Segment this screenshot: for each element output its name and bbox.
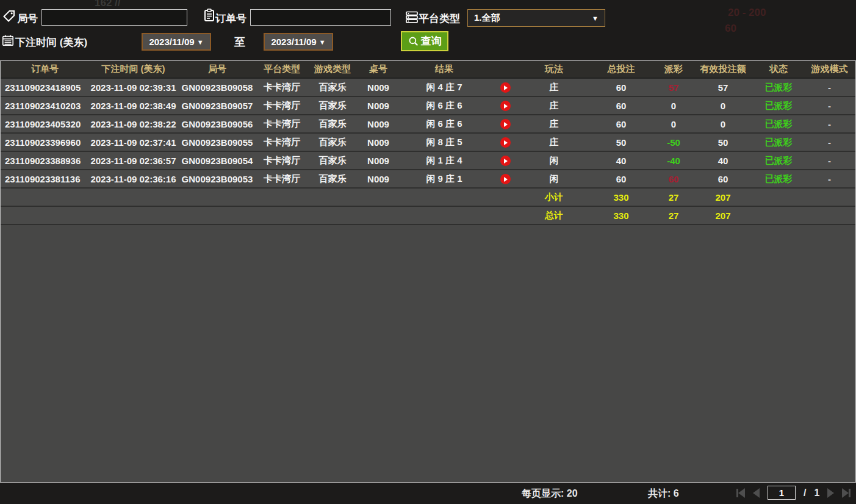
cell-bet-time: 2023-11-09 02:37:41 (89, 133, 178, 151)
col-status: 状态 (753, 61, 804, 78)
cell-play: 庄 (520, 78, 588, 96)
calendar-icon (1, 34, 15, 47)
col-play: 玩法 (520, 61, 588, 78)
cell-table-no: N009 (358, 170, 398, 188)
table-row: 231109023405320 2023-11-09 02:38:22 GN00… (1, 115, 855, 133)
cell-round-no: GN00923B09055 (178, 133, 257, 151)
cell-result: 闲 6 庄 6 (398, 115, 490, 133)
cell-status: 已派彩 (753, 133, 804, 151)
cell-game-type: 百家乐 (307, 78, 358, 96)
cell-bet-time: 2023-11-09 02:38:49 (89, 96, 178, 115)
cell-play: 庄 (520, 115, 588, 133)
total-count-value: 6 (674, 488, 679, 499)
cell-round-no: GN00923B09056 (178, 115, 257, 133)
cell-play: 庄 (520, 133, 588, 151)
order-label: 订单号 (215, 12, 246, 26)
cell-platform: 卡卡湾厅 (257, 151, 307, 170)
table-row: 231109023388936 2023-11-09 02:36:57 GN00… (1, 151, 855, 170)
date-to-value: 2023/11/09 (271, 37, 316, 47)
cell-play: 闲 (520, 151, 588, 170)
cell-order-no: 231109023396960 (1, 133, 89, 151)
cell-platform: 卡卡湾厅 (257, 115, 307, 133)
col-table-no: 桌号 (358, 61, 398, 78)
cell-game-mode: - (804, 151, 855, 170)
chevron-down-icon: ▼ (319, 38, 326, 46)
query-button[interactable]: 查询 (401, 31, 448, 51)
order-input[interactable] (250, 9, 391, 26)
grand-total-valid-bet: 207 (692, 206, 753, 225)
next-page-button[interactable] (826, 487, 835, 499)
prev-page-button[interactable] (752, 487, 761, 499)
round-input[interactable] (41, 9, 187, 26)
cell-game-type: 百家乐 (307, 115, 358, 133)
date-from-picker[interactable]: 2023/11/09 ▼ (142, 33, 211, 51)
cell-order-no: 231109023381136 (1, 170, 89, 188)
col-valid-bet: 有效投注额 (692, 61, 753, 78)
cell-valid-bet: 60 (692, 170, 753, 188)
cell-play: 庄 (520, 96, 588, 115)
cell-valid-bet: 0 (692, 115, 753, 133)
cell-total-bet: 60 (588, 96, 655, 115)
cell-result: 闲 1 庄 4 (398, 151, 490, 170)
col-total-bet: 总投注 (588, 61, 655, 78)
per-page-value: 20 (567, 488, 578, 499)
cell-total-bet: 60 (588, 78, 655, 96)
platform-label: 平台类型 (419, 12, 460, 26)
date-from-value: 2023/11/09 (149, 37, 194, 47)
cell-total-bet: 60 (588, 170, 655, 188)
col-platform: 平台类型 (257, 61, 307, 78)
cell-bet-time: 2023-11-09 02:38:22 (89, 115, 178, 133)
records-table: 订单号 下注时间 (美东) 局号 平台类型 游戏类型 桌号 结果 玩法 总投注 … (0, 60, 856, 483)
cell-table-no: N009 (358, 151, 398, 170)
last-page-button[interactable] (841, 487, 852, 499)
subtotal-label: 小计 (520, 188, 588, 206)
play-video-icon[interactable] (500, 101, 511, 111)
cell-valid-bet: 57 (692, 78, 753, 96)
cell-order-no: 231109023388936 (1, 151, 89, 170)
table-totals: 小计 330 27 207 总计 330 27 207 (1, 188, 855, 225)
cell-video (490, 133, 520, 151)
tag-icon (2, 9, 16, 23)
col-round-no: 局号 (178, 61, 257, 78)
cell-payout: -40 (655, 151, 692, 170)
cell-payout: 0 (655, 115, 692, 133)
col-order-no: 订单号 (1, 61, 89, 78)
subtotal-row: 小计 330 27 207 (1, 188, 855, 206)
cell-game-type: 百家乐 (307, 151, 358, 170)
cell-video (490, 115, 520, 133)
play-video-icon[interactable] (500, 119, 511, 129)
per-page-text: 每页显示: 20 (522, 488, 578, 500)
total-count-text: 共计: 6 (648, 488, 679, 500)
col-bet-time: 下注时间 (美东) (89, 61, 178, 78)
platform-select[interactable]: 1.全部 ▼ (467, 9, 605, 27)
page-number-input[interactable] (768, 486, 796, 500)
play-video-icon[interactable] (500, 82, 511, 93)
per-page-label: 每页显示: (522, 488, 564, 499)
col-payout: 派彩 (655, 61, 692, 78)
date-to-picker[interactable]: 2023/11/09 ▼ (264, 33, 333, 51)
background-watermark: 162 // (95, 0, 121, 9)
platform-selected-value: 1.全部 (474, 12, 500, 24)
grand-total-row: 总计 330 27 207 (1, 206, 855, 225)
cell-game-mode: - (804, 78, 855, 96)
cell-game-mode: - (804, 170, 855, 188)
play-video-icon[interactable] (500, 174, 511, 184)
play-video-icon[interactable] (500, 137, 511, 148)
total-count-label: 共计: (648, 488, 671, 499)
cell-payout: 57 (655, 78, 692, 96)
subtotal-valid-bet: 207 (692, 188, 753, 206)
cell-valid-bet: 50 (692, 133, 753, 151)
background-limit-range: 20 - 200 (728, 7, 766, 19)
cell-order-no: 231109023405320 (1, 115, 89, 133)
cell-game-mode: - (804, 115, 855, 133)
pager: / 1 (735, 486, 852, 500)
cell-platform: 卡卡湾厅 (257, 170, 307, 188)
cell-round-no: GN00923B09053 (178, 170, 257, 188)
play-video-icon[interactable] (500, 156, 511, 166)
first-page-button[interactable] (735, 487, 746, 499)
cell-status: 已派彩 (753, 115, 804, 133)
background-limit-value: 60 (725, 23, 736, 35)
table-row: 231109023410203 2023-11-09 02:38:49 GN00… (1, 96, 855, 115)
cell-payout: 60 (655, 170, 692, 188)
cell-status: 已派彩 (753, 96, 804, 115)
